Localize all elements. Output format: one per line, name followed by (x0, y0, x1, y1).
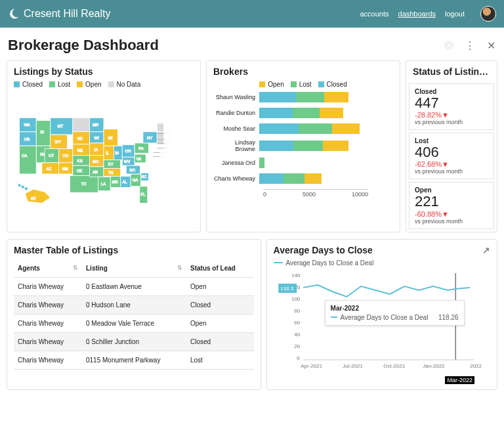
series-label: Average Days to Close a Deal (274, 259, 490, 267)
broker-row[interactable]: Shaun Wasling (213, 92, 393, 102)
broker-row[interactable]: Charis Wheway (213, 173, 393, 184)
broker-row[interactable]: Janessa Ord (213, 158, 393, 168)
stat-box[interactable]: Lost406-62.68%▼vs previous month (409, 133, 494, 179)
svg-text:IL: IL (106, 151, 110, 155)
cell-listing: 0 Hudson Lane (82, 295, 186, 314)
stat-box[interactable]: Open221-60.88%▼vs previous month (409, 182, 494, 228)
broker-name: Moshe Sear (213, 125, 259, 132)
svg-text:VA: VA (136, 157, 142, 161)
card-avg-days: Average Days to Close↗ Average Days to C… (266, 239, 497, 390)
broker-row[interactable]: Moshe Sear (213, 123, 393, 134)
svg-text:Apr-2021: Apr-2021 (301, 363, 322, 369)
nav-dashboards[interactable]: dashboards (398, 10, 436, 18)
chart-tooltip: Mar-2022 Average Days to Close a Deal 11… (325, 300, 465, 326)
table-row[interactable]: Charis Wheway0 Schiller JunctionClosed (14, 332, 254, 351)
svg-text:CO: CO (62, 154, 68, 158)
broker-name: Charis Wheway (213, 175, 259, 182)
cell-agent: Charis Wheway (14, 314, 82, 332)
stat-sub: vs previous month (415, 218, 488, 225)
card-master-table: Master Table of Listings Agents⇅ Listing… (7, 239, 261, 390)
card-title: Brokers (213, 66, 393, 77)
legend-closed: Closed (327, 81, 347, 88)
svg-text:ID: ID (40, 130, 45, 134)
table-row[interactable]: Charis Wheway0115 Monument ParkwayLost (14, 351, 254, 369)
broker-name: Randie Dunton (213, 110, 259, 116)
svg-text:Jul-2021: Jul-2021 (343, 363, 363, 369)
nav-accounts[interactable]: accounts (360, 10, 388, 18)
cell-listing: 0115 Monument Parkway (82, 351, 186, 369)
stat-pct: -60.88%▼ (415, 210, 488, 218)
svg-text:PA: PA (138, 146, 144, 150)
line-chart[interactable]: Average Days to Close a Deal 140120100 8… (274, 259, 490, 384)
broker-name: Janessa Ord (213, 160, 259, 166)
svg-text:OR: OR (24, 137, 30, 141)
cell-status: Closed (186, 295, 254, 314)
more-icon[interactable]: ⋮ (465, 40, 475, 51)
nav-links: accounts dashboards logout (360, 6, 496, 22)
stat-sub: vs previous month (415, 168, 488, 175)
brand-name: Cresent Hill Realty (24, 8, 110, 20)
close-icon[interactable]: ✕ (486, 40, 496, 51)
svg-text:20: 20 (294, 343, 300, 349)
card-title: Listings by Status (14, 66, 194, 77)
legend-lost: Lost (58, 81, 70, 88)
card-title: Average Days to Close↗ (274, 245, 490, 255)
svg-rect-79 (157, 132, 163, 139)
cell-status: Open (186, 314, 254, 332)
svg-text:MS: MS (112, 180, 118, 184)
brokers-chart[interactable]: Shaun WaslingRandie DuntonMoshe SearLind… (213, 92, 393, 198)
broker-row[interactable]: Randie Dunton (213, 108, 393, 118)
col-agents[interactable]: Agents⇅ (14, 259, 82, 278)
svg-text:HI: HI (16, 181, 20, 184)
tooltip-label: Average Days to Close a Deal (341, 314, 429, 321)
svg-text:MO: MO (93, 160, 99, 163)
cell-status: Lost (186, 351, 254, 369)
nav-logout[interactable]: logout (445, 10, 465, 18)
svg-text:2022: 2022 (470, 363, 482, 369)
sort-icon[interactable]: ⇅ (73, 265, 78, 271)
legend-lost: Lost (299, 81, 312, 88)
svg-text:IN: IN (115, 151, 119, 155)
svg-text:TX: TX (81, 182, 87, 186)
sort-icon[interactable]: ⇅ (177, 265, 182, 271)
us-map[interactable]: WA OR CA ID NV MT WY UT CO AZ NM SD NE K… (14, 92, 194, 217)
table-row[interactable]: Charis Wheway0 Meadow Vale TerraceOpen (14, 314, 254, 332)
col-listing[interactable]: Listing⇅ (82, 259, 186, 278)
svg-text:NH: NH (165, 131, 171, 135)
svg-text:IA: IA (94, 148, 98, 152)
cell-agent: Charis Wheway (14, 295, 82, 314)
page-head: Brokerage Dashboard ⋮ ✕ (0, 28, 504, 60)
settings-icon[interactable] (444, 40, 454, 51)
table-row[interactable]: Charis Wheway0 Hudson LaneClosed (14, 295, 254, 314)
stat-sub: vs previous month (415, 119, 488, 125)
svg-text:KY: KY (108, 162, 114, 166)
svg-text:KS: KS (77, 159, 83, 163)
avatar[interactable] (480, 6, 496, 22)
svg-point-1 (445, 41, 453, 49)
card-title: Master Table of Listings (14, 245, 254, 255)
svg-rect-80 (157, 139, 163, 144)
broker-name: Lindsay Browne (213, 139, 259, 152)
broker-row[interactable]: Lindsay Browne (213, 139, 393, 152)
svg-text:UT: UT (49, 154, 54, 158)
broker-name: Shaun Wasling (213, 94, 259, 100)
col-status[interactable]: Status of Lead (186, 259, 254, 278)
card-title: Status of Listin… (406, 61, 497, 79)
svg-text:Oct-2021: Oct-2021 (383, 363, 405, 369)
brand: Cresent Hill Realty (8, 8, 360, 20)
stat-box[interactable]: Closed447-28.82%▼vs previous month (409, 83, 494, 130)
svg-text:OK: OK (77, 169, 83, 173)
svg-text:NY: NY (147, 136, 152, 140)
card-status-of-listings: Status of Listin… Closed447-28.82%▼vs pr… (406, 60, 497, 232)
svg-text:LA: LA (101, 182, 106, 186)
table-row[interactable]: Charis Wheway0 Eastlawn AvenueOpen (14, 277, 254, 295)
expand-icon[interactable]: ↗ (482, 245, 490, 255)
listings-table: Agents⇅ Listing⇅ Status of Lead Charis W… (14, 259, 254, 370)
app-header: Cresent Hill Realty accounts dashboards … (0, 0, 504, 28)
legend-open: Open (85, 81, 101, 88)
svg-point-96 (21, 185, 24, 188)
legend-closed: Closed (22, 81, 43, 88)
moon-icon (8, 8, 20, 20)
cell-agent: Charis Wheway (14, 277, 82, 295)
stat-value: 406 (415, 144, 488, 160)
